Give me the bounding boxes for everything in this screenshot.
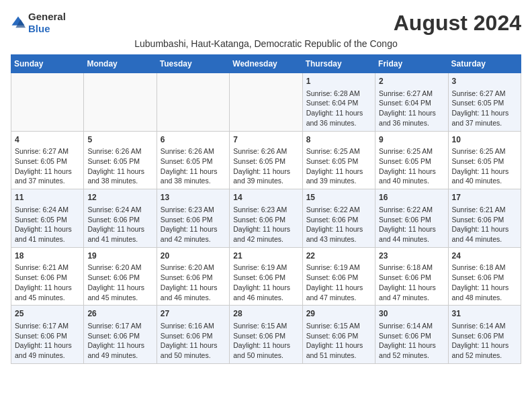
day-cell: 7Sunrise: 6:26 AM Sunset: 6:05 PM Daylig…: [230, 131, 302, 189]
day-info: Sunrise: 6:18 AM Sunset: 6:06 PM Dayligh…: [379, 263, 436, 301]
day-cell: 11Sunrise: 6:24 AM Sunset: 6:05 PM Dayli…: [11, 189, 84, 248]
day-cell: 5Sunrise: 6:26 AM Sunset: 6:05 PM Daylig…: [84, 131, 157, 189]
day-number: 31: [452, 308, 517, 320]
week-row-1: 1Sunrise: 6:28 AM Sunset: 6:04 PM Daylig…: [11, 73, 521, 132]
day-info: Sunrise: 6:28 AM Sunset: 6:04 PM Dayligh…: [306, 89, 363, 127]
day-cell: 22Sunrise: 6:19 AM Sunset: 6:06 PM Dayli…: [302, 247, 375, 306]
day-cell: 25Sunrise: 6:17 AM Sunset: 6:06 PM Dayli…: [11, 306, 84, 364]
day-number: 28: [233, 308, 298, 320]
day-info: Sunrise: 6:26 AM Sunset: 6:05 PM Dayligh…: [87, 147, 144, 185]
day-info: Sunrise: 6:22 AM Sunset: 6:06 PM Dayligh…: [379, 205, 436, 243]
day-cell: 23Sunrise: 6:18 AM Sunset: 6:06 PM Dayli…: [375, 247, 448, 306]
day-number: 29: [306, 308, 371, 320]
day-number: 6: [161, 134, 226, 146]
day-info: Sunrise: 6:26 AM Sunset: 6:05 PM Dayligh…: [161, 147, 218, 185]
day-cell: 6Sunrise: 6:26 AM Sunset: 6:05 PM Daylig…: [157, 131, 229, 189]
day-cell: 8Sunrise: 6:25 AM Sunset: 6:05 PM Daylig…: [302, 131, 375, 189]
day-cell: 19Sunrise: 6:20 AM Sunset: 6:06 PM Dayli…: [84, 247, 157, 306]
day-info: Sunrise: 6:26 AM Sunset: 6:05 PM Dayligh…: [233, 147, 290, 185]
day-cell: 28Sunrise: 6:15 AM Sunset: 6:06 PM Dayli…: [230, 306, 302, 364]
page-title: August 2024: [394, 11, 521, 36]
day-cell: 18Sunrise: 6:21 AM Sunset: 6:06 PM Dayli…: [11, 247, 84, 306]
day-number: 9: [379, 134, 444, 146]
day-info: Sunrise: 6:25 AM Sunset: 6:05 PM Dayligh…: [379, 147, 436, 185]
day-info: Sunrise: 6:20 AM Sunset: 6:06 PM Dayligh…: [161, 263, 218, 301]
day-number: 24: [452, 250, 517, 262]
calendar-table: SundayMondayTuesdayWednesdayThursdayFrid…: [11, 54, 521, 364]
day-number: 14: [233, 192, 298, 203]
day-number: 27: [161, 308, 226, 320]
day-cell: 12Sunrise: 6:24 AM Sunset: 6:06 PM Dayli…: [84, 189, 157, 248]
day-cell: 1Sunrise: 6:28 AM Sunset: 6:04 PM Daylig…: [302, 73, 375, 132]
day-cell: 2Sunrise: 6:27 AM Sunset: 6:04 PM Daylig…: [375, 73, 448, 132]
day-info: Sunrise: 6:18 AM Sunset: 6:06 PM Dayligh…: [452, 263, 509, 301]
col-header-thursday: Thursday: [302, 55, 375, 73]
col-header-saturday: Saturday: [448, 55, 521, 73]
day-number: 22: [306, 250, 371, 262]
day-number: 13: [161, 192, 226, 203]
day-number: 20: [161, 250, 226, 262]
day-info: Sunrise: 6:25 AM Sunset: 6:05 PM Dayligh…: [306, 147, 363, 185]
day-cell: 21Sunrise: 6:19 AM Sunset: 6:06 PM Dayli…: [230, 247, 302, 306]
day-info: Sunrise: 6:21 AM Sunset: 6:06 PM Dayligh…: [15, 263, 72, 301]
day-cell: 20Sunrise: 6:20 AM Sunset: 6:06 PM Dayli…: [157, 247, 229, 306]
header-row: SundayMondayTuesdayWednesdayThursdayFrid…: [11, 55, 521, 73]
day-info: Sunrise: 6:17 AM Sunset: 6:06 PM Dayligh…: [15, 322, 72, 359]
day-number: 17: [452, 192, 517, 203]
day-info: Sunrise: 6:20 AM Sunset: 6:06 PM Dayligh…: [87, 263, 144, 301]
day-number: 12: [87, 192, 152, 203]
subtitle: Lubumbashi, Haut-Katanga, Democratic Rep…: [11, 38, 521, 49]
day-info: Sunrise: 6:17 AM Sunset: 6:06 PM Dayligh…: [87, 322, 144, 359]
day-cell: 15Sunrise: 6:22 AM Sunset: 6:06 PM Dayli…: [302, 189, 375, 248]
day-cell: 4Sunrise: 6:27 AM Sunset: 6:05 PM Daylig…: [11, 131, 84, 189]
day-number: 21: [233, 250, 298, 262]
day-info: Sunrise: 6:14 AM Sunset: 6:06 PM Dayligh…: [452, 322, 509, 359]
day-cell: 29Sunrise: 6:15 AM Sunset: 6:06 PM Dayli…: [302, 306, 375, 364]
logo: General Blue: [11, 11, 66, 35]
day-cell: 30Sunrise: 6:14 AM Sunset: 6:06 PM Dayli…: [375, 306, 448, 364]
day-number: 18: [15, 250, 80, 262]
day-info: Sunrise: 6:27 AM Sunset: 6:04 PM Dayligh…: [379, 89, 436, 127]
day-cell: 26Sunrise: 6:17 AM Sunset: 6:06 PM Dayli…: [84, 306, 157, 364]
day-cell: 24Sunrise: 6:18 AM Sunset: 6:06 PM Dayli…: [448, 247, 521, 306]
day-info: Sunrise: 6:16 AM Sunset: 6:06 PM Dayligh…: [161, 322, 218, 359]
col-header-wednesday: Wednesday: [230, 55, 302, 73]
day-number: 8: [306, 134, 371, 146]
logo-icon: [11, 15, 26, 30]
day-info: Sunrise: 6:14 AM Sunset: 6:06 PM Dayligh…: [379, 322, 436, 359]
day-info: Sunrise: 6:21 AM Sunset: 6:06 PM Dayligh…: [452, 205, 509, 243]
day-cell: 16Sunrise: 6:22 AM Sunset: 6:06 PM Dayli…: [375, 189, 448, 248]
day-cell: 31Sunrise: 6:14 AM Sunset: 6:06 PM Dayli…: [448, 306, 521, 364]
day-number: 11: [15, 192, 80, 203]
day-number: 5: [87, 134, 152, 146]
day-info: Sunrise: 6:25 AM Sunset: 6:05 PM Dayligh…: [452, 147, 509, 185]
day-info: Sunrise: 6:23 AM Sunset: 6:06 PM Dayligh…: [233, 205, 290, 243]
col-header-tuesday: Tuesday: [157, 55, 229, 73]
day-info: Sunrise: 6:19 AM Sunset: 6:06 PM Dayligh…: [306, 263, 363, 301]
day-info: Sunrise: 6:24 AM Sunset: 6:06 PM Dayligh…: [87, 205, 144, 243]
col-header-friday: Friday: [375, 55, 448, 73]
day-cell: [84, 73, 157, 132]
week-row-4: 18Sunrise: 6:21 AM Sunset: 6:06 PM Dayli…: [11, 247, 521, 306]
day-cell: [11, 73, 84, 132]
week-row-5: 25Sunrise: 6:17 AM Sunset: 6:06 PM Dayli…: [11, 306, 521, 364]
day-cell: [157, 73, 229, 132]
day-number: 10: [452, 134, 517, 146]
week-row-3: 11Sunrise: 6:24 AM Sunset: 6:05 PM Dayli…: [11, 189, 521, 248]
day-number: 1: [306, 76, 371, 87]
day-number: 16: [379, 192, 444, 203]
day-info: Sunrise: 6:22 AM Sunset: 6:06 PM Dayligh…: [306, 205, 363, 243]
day-number: 7: [233, 134, 298, 146]
day-cell: 27Sunrise: 6:16 AM Sunset: 6:06 PM Dayli…: [157, 306, 229, 364]
day-info: Sunrise: 6:23 AM Sunset: 6:06 PM Dayligh…: [161, 205, 218, 243]
day-number: 15: [306, 192, 371, 203]
day-number: 30: [379, 308, 444, 320]
day-number: 4: [15, 134, 80, 146]
day-cell: [230, 73, 302, 132]
day-info: Sunrise: 6:27 AM Sunset: 6:05 PM Dayligh…: [452, 89, 509, 127]
day-cell: 9Sunrise: 6:25 AM Sunset: 6:05 PM Daylig…: [375, 131, 448, 189]
day-cell: 17Sunrise: 6:21 AM Sunset: 6:06 PM Dayli…: [448, 189, 521, 248]
day-info: Sunrise: 6:15 AM Sunset: 6:06 PM Dayligh…: [233, 322, 290, 359]
header: General Blue August 2024: [11, 11, 521, 36]
day-cell: 3Sunrise: 6:27 AM Sunset: 6:05 PM Daylig…: [448, 73, 521, 132]
